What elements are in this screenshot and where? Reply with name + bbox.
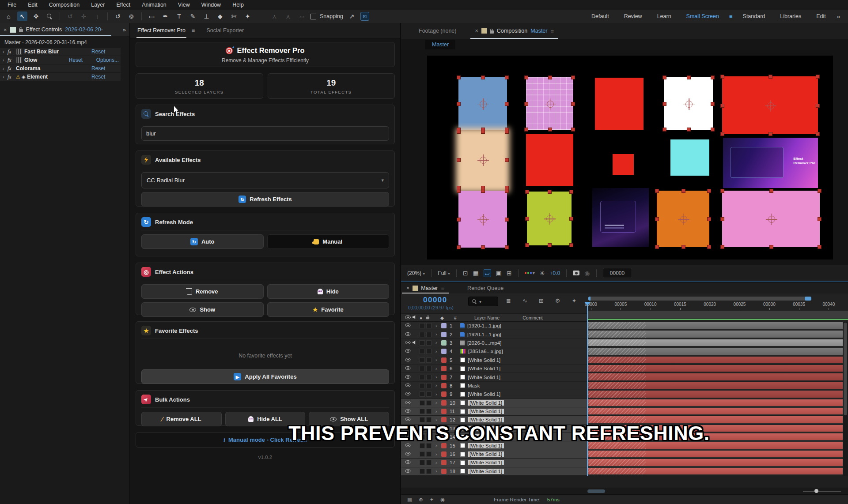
eye-icon[interactable] xyxy=(405,349,411,353)
selection-handle[interactable] xyxy=(524,128,528,132)
draft-3d-icon[interactable]: ∿ xyxy=(522,297,527,304)
eye-icon[interactable] xyxy=(405,401,411,404)
workspace-menu-icon[interactable]: ≡ xyxy=(727,13,735,20)
canvas-square-white-square[interactable] xyxy=(664,77,713,130)
layer-row-left[interactable]: ›2[1920-1...1.jpg] xyxy=(401,330,587,339)
lock-switch[interactable] xyxy=(426,375,432,380)
reset-link[interactable]: Reset xyxy=(69,57,96,63)
layer-duration-bar[interactable] xyxy=(588,391,848,397)
tab-master-timeline[interactable]: × Master ≡ xyxy=(401,282,450,293)
lock-switch[interactable] xyxy=(426,460,432,465)
show-button[interactable]: Show xyxy=(141,302,264,317)
canvas-square-orange-square[interactable] xyxy=(657,191,709,247)
chevron-right-icon[interactable]: › xyxy=(435,392,441,397)
solo-switch[interactable] xyxy=(420,469,425,474)
tab-social-exporter[interactable]: Social Exporter xyxy=(206,27,244,34)
layer-row-11[interactable]: ›11[White Solid 1] xyxy=(401,407,848,416)
layer-row-8[interactable]: ›8Mask xyxy=(401,382,848,390)
layer-track[interactable] xyxy=(587,399,848,407)
panel-menu-icon[interactable]: ≡ xyxy=(441,285,445,291)
menu-effect[interactable]: Effect xyxy=(110,0,136,10)
eye-icon[interactable] xyxy=(405,375,411,379)
hand-tool[interactable]: ✥ xyxy=(31,11,41,21)
eye-icon[interactable] xyxy=(405,392,411,395)
label-color-swatch[interactable] xyxy=(441,375,447,380)
transparency-grid-icon[interactable]: ▦ xyxy=(473,270,479,277)
menu-view[interactable]: View xyxy=(172,0,196,10)
motion-blur-icon[interactable]: ⚙ xyxy=(555,297,560,304)
layer-row-left[interactable]: ›17[White Solid 1] xyxy=(401,459,587,467)
layer-name[interactable]: [1920-1...1.jpg] xyxy=(467,323,501,328)
layer-name[interactable]: [2026-0....mp4] xyxy=(467,340,501,346)
eye-icon[interactable] xyxy=(405,384,411,387)
stamp-tool[interactable]: ⊥ xyxy=(201,11,212,21)
label-color-swatch[interactable] xyxy=(441,451,447,457)
eye-icon[interactable] xyxy=(405,366,411,370)
timeline-zoom-slider[interactable] xyxy=(803,491,841,492)
snapshot-icon[interactable] xyxy=(573,271,579,275)
panel-menu-icon[interactable]: ≡ xyxy=(192,27,195,34)
solo-switch[interactable] xyxy=(420,460,425,465)
selection-handle[interactable] xyxy=(524,75,528,79)
layer-name[interactable]: Mask xyxy=(468,383,480,388)
composition-canvas[interactable]: EffectRemover Pro xyxy=(427,56,833,260)
layer-duration-bar[interactable] xyxy=(588,331,848,337)
selection-handle[interactable] xyxy=(505,218,509,222)
workspace-learn[interactable]: Learn xyxy=(650,10,679,23)
chevron-right-icon[interactable]: › xyxy=(435,323,441,328)
eye-icon[interactable] xyxy=(405,469,411,473)
layer-row-7[interactable]: ›7[White Solid 1] xyxy=(401,373,848,381)
mask-visibility-icon[interactable]: ▣ xyxy=(496,270,502,277)
layer-track[interactable] xyxy=(587,382,848,390)
roto-brush-tool[interactable]: ✄ xyxy=(229,11,239,21)
puppet-pin-tool[interactable]: ✦ xyxy=(242,11,253,21)
layer-row-left[interactable]: ›9[White Solid 1] xyxy=(401,390,587,399)
menu-edit[interactable]: Edit xyxy=(22,0,43,10)
selection-handle[interactable] xyxy=(655,245,659,249)
selection-handle[interactable] xyxy=(662,102,666,106)
layer-name[interactable]: [White Solid 1] xyxy=(468,400,504,406)
selection-handle[interactable] xyxy=(548,243,552,247)
auto-button[interactable]: ↻ Auto xyxy=(141,234,264,249)
solo-switch[interactable] xyxy=(420,323,425,328)
lock-switch[interactable] xyxy=(426,332,432,337)
selection-handle[interactable] xyxy=(505,245,509,249)
layer-duration-bar[interactable] xyxy=(588,382,848,389)
selection-handle[interactable] xyxy=(711,75,715,79)
eye-icon[interactable] xyxy=(405,460,411,464)
reset-link[interactable]: Reset xyxy=(91,74,119,80)
selection-handle[interactable] xyxy=(711,102,715,106)
solo-switch[interactable] xyxy=(420,340,425,346)
solo-switch[interactable] xyxy=(420,332,425,337)
selection-handle[interactable] xyxy=(707,189,711,193)
selection-handle[interactable] xyxy=(662,75,666,79)
eye-icon[interactable] xyxy=(405,452,411,455)
lock-switch[interactable] xyxy=(426,451,432,457)
selection-handle[interactable] xyxy=(457,130,461,134)
layer-row-16[interactable]: ›16[White Solid 1] xyxy=(401,450,848,459)
canvas-square-pink-plaid-square[interactable] xyxy=(526,77,573,130)
selection-handle[interactable] xyxy=(818,189,822,193)
snapping-checkbox[interactable] xyxy=(310,14,316,19)
canvas-square-blue-square[interactable] xyxy=(458,77,507,130)
region-of-interest-icon[interactable]: ▱ xyxy=(484,269,491,277)
eye-icon[interactable] xyxy=(405,341,411,344)
layer-track[interactable] xyxy=(587,365,848,373)
selection-handle[interactable] xyxy=(687,128,691,132)
audio-icon[interactable] xyxy=(413,340,417,345)
canvas-square-cyan-square[interactable] xyxy=(670,139,709,176)
layer-name-column[interactable]: Layer Name xyxy=(474,315,500,320)
lock-icon[interactable] xyxy=(19,29,23,32)
menu-composition[interactable]: Composition xyxy=(43,0,85,10)
selection-handle[interactable] xyxy=(768,132,772,136)
frame-blending-icon[interactable]: ⊞ xyxy=(539,297,544,304)
eye-icon[interactable] xyxy=(405,417,411,421)
panel-menu-icon[interactable]: ≡ xyxy=(550,28,554,34)
reset-link[interactable]: Reset xyxy=(91,49,119,55)
lock-switch[interactable] xyxy=(426,469,432,474)
layer-duration-bar[interactable] xyxy=(588,339,848,346)
tab-render-queue[interactable]: Render Queue xyxy=(467,285,504,291)
remove-button[interactable]: Remove xyxy=(141,284,264,299)
layer-row-4[interactable]: ›4[3851a6...x.jpg] xyxy=(401,347,848,356)
menu-animation[interactable]: Animation xyxy=(136,0,172,10)
